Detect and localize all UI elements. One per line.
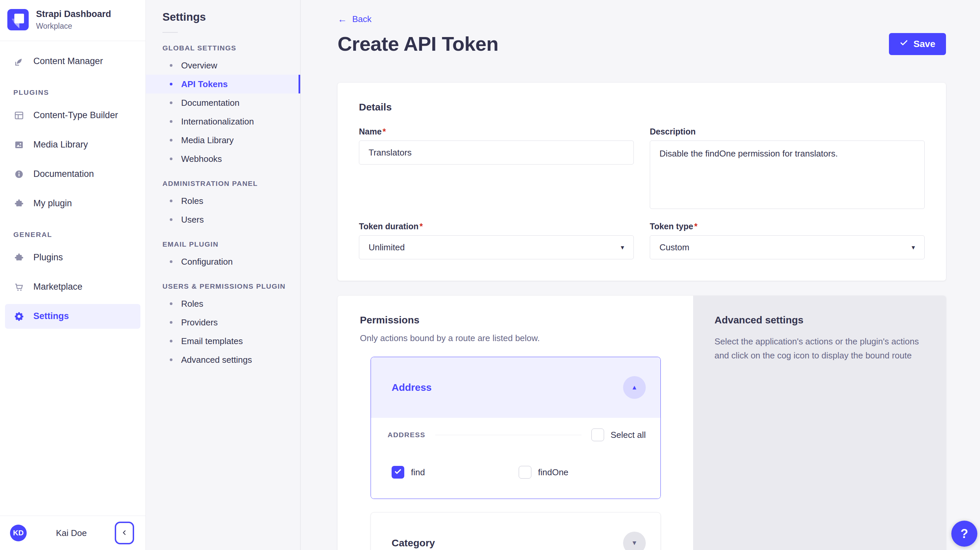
token-duration-value: Unlimited — [369, 242, 405, 253]
subnav-item-label: Webhooks — [181, 154, 222, 164]
action-label: find — [411, 467, 425, 478]
details-card: Details Name* Description Disable the fi… — [337, 83, 946, 281]
puzzle-icon — [13, 253, 25, 263]
permissions-card: Permissions Only actions bound by a rout… — [337, 296, 946, 550]
token-duration-select[interactable]: Unlimited ▾ — [359, 235, 634, 259]
bullet-icon — [170, 218, 172, 221]
save-label: Save — [914, 39, 935, 49]
avatar[interactable]: KD — [10, 524, 27, 541]
main-nav: Content ManagerPLUGINSContent-Type Build… — [0, 41, 145, 516]
subnav-item-label: Configuration — [181, 257, 233, 267]
permissions-accordions: Address▲ADDRESSSelect allfindfindOneCate… — [360, 357, 671, 550]
check-icon — [900, 38, 908, 49]
accordion-category: Category▼ — [371, 512, 661, 550]
main-sidebar: Strapi Dashboard Workplace Content Manag… — [0, 0, 146, 550]
bullet-icon — [170, 199, 172, 202]
token-type-select[interactable]: Custom ▾ — [650, 235, 924, 259]
accordion-address: Address▲ADDRESSSelect allfindfindOne — [371, 357, 661, 499]
back-arrow-icon: ← — [337, 15, 347, 24]
caret-down-icon: ▾ — [621, 243, 624, 251]
sidebar-item-label: Content-Type Builder — [33, 110, 118, 121]
token-duration-label: Token duration* — [359, 222, 634, 231]
subnav-item-configuration[interactable]: Configuration — [146, 252, 300, 271]
bullet-icon — [170, 340, 172, 343]
help-button[interactable]: ? — [951, 521, 977, 547]
checkbox-check-icon — [394, 467, 402, 477]
sidebar-item-label: Documentation — [33, 169, 94, 179]
accordion-header-address[interactable]: Address▲ — [371, 357, 660, 418]
subnav-sections: GLOBAL SETTINGSOverviewAPI TokensDocumen… — [146, 44, 300, 369]
save-button[interactable]: Save — [889, 33, 946, 55]
subnav-item-advanced-settings[interactable]: Advanced settings — [146, 351, 300, 369]
sidebar-item-media-library[interactable]: Media Library — [5, 132, 140, 157]
accordion-title: Address — [391, 382, 432, 393]
subnav-item-label: Advanced settings — [181, 355, 252, 365]
subnav-item-email-templates[interactable]: Email templates — [146, 332, 300, 351]
subnav-item-internationalization[interactable]: Internationalization — [146, 112, 300, 131]
find-checkbox[interactable] — [391, 466, 404, 478]
bullet-icon — [170, 321, 172, 324]
bullet-icon — [170, 120, 172, 123]
advanced-settings-description: Select the application's actions or the … — [714, 335, 923, 362]
subnav-item-api-tokens[interactable]: API Tokens — [146, 75, 300, 94]
findOne-checkbox[interactable] — [519, 466, 531, 478]
subnav-item-label: Documentation — [181, 98, 240, 108]
bullet-icon — [170, 260, 172, 263]
sidebar-item-settings[interactable]: Settings — [5, 304, 140, 329]
subnav-item-roles[interactable]: Roles — [146, 191, 300, 210]
bullet-icon — [170, 302, 172, 305]
name-field-group: Name* — [359, 127, 634, 210]
bullet-icon — [170, 139, 172, 142]
sidebar-item-documentation[interactable]: Documentation — [5, 162, 140, 187]
sidebar-item-content-type-builder[interactable]: Content-Type Builder — [5, 103, 140, 128]
token-type-field-group: Token type* Custom ▾ — [650, 222, 924, 259]
subnav-item-label: Internationalization — [181, 116, 254, 127]
sidebar-item-content-manager[interactable]: Content Manager — [5, 49, 140, 74]
chevron-up-icon: ▲ — [632, 384, 638, 391]
layout-icon — [13, 110, 25, 121]
advanced-settings-title: Advanced settings — [714, 314, 924, 326]
subnav-item-overview[interactable]: Overview — [146, 56, 300, 75]
name-label: Name* — [359, 127, 634, 137]
puzzle-icon — [13, 199, 25, 209]
subnav-item-label: Roles — [181, 196, 203, 206]
sidebar-item-marketplace[interactable]: Marketplace — [5, 275, 140, 300]
details-fields: Name* Description Disable the findOne pe… — [359, 127, 924, 259]
brand-subtitle: Workplace — [36, 22, 111, 31]
token-duration-field-group: Token duration* Unlimited ▾ — [359, 222, 634, 259]
permission-group-row: ADDRESSSelect all — [388, 429, 646, 441]
subnav-item-media-library[interactable]: Media Library — [146, 131, 300, 150]
subnav-item-webhooks[interactable]: Webhooks — [146, 150, 300, 168]
subnav-section-label: ADMINISTRATION PANEL — [162, 180, 300, 188]
bullet-icon — [170, 83, 172, 85]
info-icon — [13, 169, 25, 179]
sidebar-footer: KD Kai Doe — [0, 516, 145, 550]
sidebar-item-plugins[interactable]: Plugins — [5, 245, 140, 270]
cart-icon — [13, 282, 25, 292]
sidebar-item-my-plugin[interactable]: My plugin — [5, 191, 140, 216]
permissions-title: Permissions — [360, 314, 671, 326]
subnav-item-providers[interactable]: Providers — [146, 313, 300, 332]
subnav-item-label: Providers — [181, 317, 218, 328]
description-input[interactable]: Disable the findOne permission for trans… — [650, 140, 924, 209]
back-link[interactable]: ← Back — [337, 14, 372, 24]
subnav-divider — [162, 32, 178, 33]
brand: Strapi Dashboard Workplace — [0, 0, 145, 41]
select-all-checkbox[interactable] — [592, 429, 604, 441]
description-field-group: Description Disable the findOne permissi… — [650, 127, 924, 210]
subnav-item-users[interactable]: Users — [146, 210, 300, 229]
accordion-header-category[interactable]: Category▼ — [371, 513, 660, 550]
select-all: Select all — [592, 429, 646, 441]
sidebar-item-label: Media Library — [33, 140, 88, 150]
accordion-toggle-button[interactable]: ▲ — [623, 376, 646, 399]
details-title: Details — [359, 102, 924, 113]
collapse-sidebar-button[interactable] — [116, 523, 133, 543]
subnav-section-label: EMAIL PLUGIN — [162, 240, 300, 248]
subnav-item-documentation[interactable]: Documentation — [146, 94, 300, 112]
accordion-title: Category — [391, 537, 435, 548]
subnav-item-roles[interactable]: Roles — [146, 294, 300, 313]
token-type-value: Custom — [659, 242, 689, 253]
name-input[interactable] — [359, 140, 634, 164]
accordion-toggle-button[interactable]: ▼ — [623, 532, 646, 550]
settings-subnav: Settings GLOBAL SETTINGSOverviewAPI Toke… — [146, 0, 301, 550]
